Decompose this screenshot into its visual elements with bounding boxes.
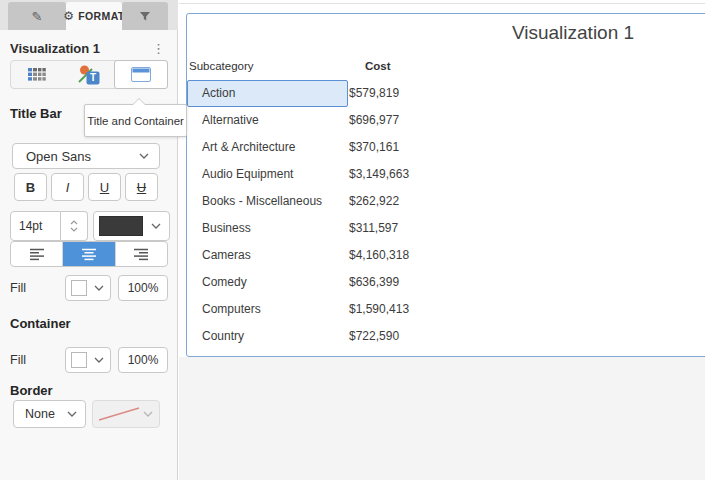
no-color-icon: [97, 405, 141, 423]
font-color-swatch: [99, 216, 143, 236]
chevron-down-icon: [70, 227, 78, 232]
table-row[interactable]: Action$579,819: [187, 80, 705, 107]
font-size-input[interactable]: 14pt: [10, 211, 88, 241]
format-tab-label: FORMAT: [78, 10, 125, 22]
subcategory-cell[interactable]: Audio Equipment: [187, 161, 348, 188]
fill-label: Fill: [10, 353, 65, 367]
subcategory-cell[interactable]: Alternative: [187, 107, 348, 134]
font-color-select[interactable]: [93, 211, 170, 241]
grid-format-button[interactable]: [11, 61, 63, 88]
column-header-cost[interactable]: Cost: [348, 60, 391, 80]
column-header-subcategory[interactable]: Subcategory: [187, 60, 348, 80]
chevron-down-icon: [94, 357, 104, 363]
document-canvas: Visualization 1 Subcategory Cost Action$…: [179, 0, 705, 480]
font-family-value: Open Sans: [26, 149, 91, 164]
font-family-select[interactable]: Open Sans: [12, 143, 160, 169]
text-align-control: [10, 241, 168, 267]
chevron-down-icon: [94, 285, 104, 291]
align-left-button[interactable]: [11, 242, 63, 266]
strikethrough-button[interactable]: U: [125, 173, 158, 201]
subcategory-cell[interactable]: Cameras: [187, 242, 348, 269]
bold-button[interactable]: B: [14, 173, 47, 201]
table-body: Action$579,819Alternative$696,977Art & A…: [187, 80, 705, 350]
border-style-select[interactable]: None: [13, 400, 86, 428]
align-left-icon: [29, 248, 45, 261]
title-container-icon: [131, 67, 151, 82]
align-center-icon: [81, 248, 97, 261]
tab-filter[interactable]: [122, 2, 168, 30]
cost-cell[interactable]: $262,922: [348, 188, 399, 215]
panel-tabstrip: ✎ ⚙ FORMAT: [0, 0, 178, 30]
title-fill-row: Fill 100%: [10, 275, 168, 301]
subcategory-cell[interactable]: Comedy: [187, 269, 348, 296]
table-row[interactable]: Country$722,590: [187, 323, 705, 350]
underline-button[interactable]: U: [88, 173, 121, 201]
title-container-button[interactable]: [114, 60, 168, 89]
visualization-title: Visualization 1: [187, 22, 705, 50]
title-bar-heading: Title Bar: [10, 106, 62, 121]
container-fill-color-select[interactable]: [65, 347, 111, 373]
font-size-value: 14pt: [10, 211, 61, 241]
cost-cell[interactable]: $370,161: [348, 134, 399, 161]
table-row[interactable]: Art & Architecture$370,161: [187, 134, 705, 161]
canvas-divider: [179, 3, 705, 4]
subcategory-cell[interactable]: Art & Architecture: [187, 134, 348, 161]
visualization-container[interactable]: Visualization 1 Subcategory Cost Action$…: [186, 13, 705, 357]
tab-format[interactable]: ⚙ FORMAT: [66, 2, 122, 30]
table-row[interactable]: Computers$1,590,413: [187, 296, 705, 323]
table-row[interactable]: Audio Equipment$3,149,663: [187, 161, 705, 188]
cost-cell[interactable]: $722,590: [348, 323, 399, 350]
container-heading: Container: [10, 316, 71, 331]
canvas-background: [179, 357, 705, 480]
container-fill-opacity-input[interactable]: 100%: [118, 347, 168, 373]
align-center-button[interactable]: [63, 242, 115, 266]
border-row: None: [13, 400, 160, 428]
cost-cell[interactable]: $1,590,413: [348, 296, 409, 323]
subcategory-cell[interactable]: Business: [187, 215, 348, 242]
chevron-down-icon: [151, 223, 161, 229]
subcategory-cell[interactable]: Country: [187, 323, 348, 350]
table-row[interactable]: Business$311,597: [187, 215, 705, 242]
border-heading: Border: [10, 383, 53, 398]
tooltip: Title and Container: [84, 104, 187, 137]
chevron-down-icon: [67, 411, 77, 417]
format-panel: ✎ ⚙ FORMAT Visualization 1 ⋮: [0, 0, 178, 480]
pencil-icon: ✎: [32, 10, 43, 23]
cost-cell[interactable]: $3,149,663: [348, 161, 409, 188]
fill-color-swatch: [71, 280, 87, 296]
table-row[interactable]: Alternative$696,977: [187, 107, 705, 134]
panel-header: Visualization 1 ⋮: [10, 38, 169, 58]
text-and-form-icon: T: [78, 65, 100, 85]
cost-cell[interactable]: $579,819: [348, 80, 399, 107]
subcategory-cell[interactable]: Action: [187, 80, 348, 107]
fill-color-swatch: [71, 352, 87, 368]
cost-cell[interactable]: $636,399: [348, 269, 399, 296]
subcategory-cell[interactable]: Books - Miscellaneous: [187, 188, 348, 215]
table-row[interactable]: Books - Miscellaneous$262,922: [187, 188, 705, 215]
tab-edit[interactable]: ✎: [8, 2, 66, 30]
text-format-button[interactable]: T: [63, 61, 115, 88]
table-row[interactable]: Comedy$636,399: [187, 269, 705, 296]
app-root: ✎ ⚙ FORMAT Visualization 1 ⋮: [0, 0, 705, 480]
grid-icon: [28, 68, 46, 81]
chevron-down-icon: [139, 153, 149, 159]
more-options-button[interactable]: ⋮: [148, 41, 169, 56]
align-right-icon: [133, 248, 149, 261]
cost-cell[interactable]: $4,160,318: [348, 242, 409, 269]
svg-text:T: T: [90, 72, 96, 83]
container-fill-row: Fill 100%: [10, 347, 168, 373]
align-right-button[interactable]: [116, 242, 167, 266]
text-style-buttons: B I U U: [14, 173, 164, 201]
table-header-row: Subcategory Cost: [187, 60, 705, 80]
subcategory-cell[interactable]: Computers: [187, 296, 348, 323]
italic-button[interactable]: I: [51, 173, 84, 201]
table-row[interactable]: Cameras$4,160,318: [187, 242, 705, 269]
title-fill-opacity-input[interactable]: 100%: [118, 275, 168, 301]
cost-cell[interactable]: $311,597: [348, 215, 398, 242]
format-target-switcher: T: [10, 60, 168, 89]
font-size-stepper[interactable]: [61, 211, 88, 241]
title-fill-color-select[interactable]: [65, 275, 111, 301]
border-style-value: None: [25, 407, 55, 421]
cost-cell[interactable]: $696,977: [348, 107, 399, 134]
border-color-select-disabled[interactable]: [92, 400, 160, 428]
